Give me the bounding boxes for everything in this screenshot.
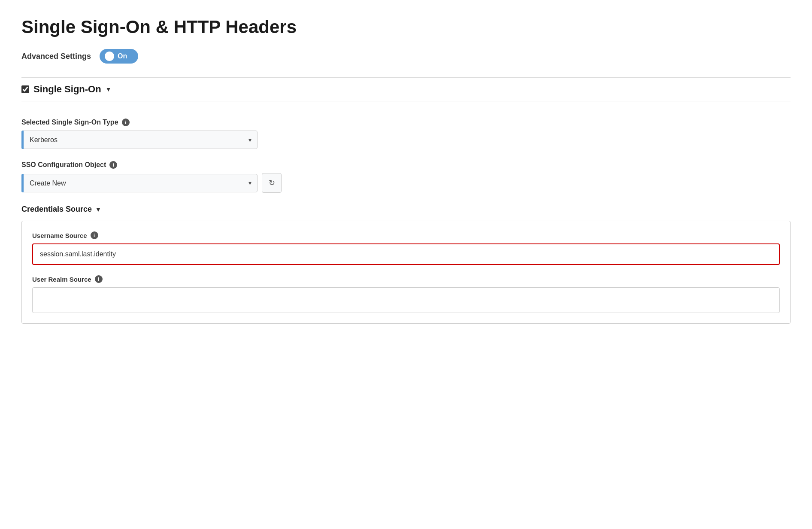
sso-config-refresh-button[interactable]: ↻ [262, 173, 282, 193]
sso-config-info-icon[interactable]: i [109, 161, 117, 169]
sso-type-label-text: Selected Single Sign-On Type [21, 119, 118, 126]
user-realm-source-label: User Realm Source i [32, 275, 780, 283]
sso-type-label: Selected Single Sign-On Type i [21, 119, 791, 126]
sso-config-field-group: SSO Configuration Object i Create New ▾ … [21, 161, 791, 193]
advanced-settings-toggle[interactable]: On [100, 49, 138, 64]
advanced-settings-label: Advanced Settings [21, 52, 91, 61]
username-source-info-icon[interactable]: i [91, 231, 98, 239]
username-source-group: Username Source i [32, 231, 780, 265]
credentials-box: Username Source i User Realm Source i [21, 221, 791, 324]
credentials-header: Credentials Source ▼ [21, 205, 791, 214]
sso-config-select-wrapper: Create New ▾ ↻ [21, 173, 791, 193]
sso-chevron-icon[interactable]: ▼ [106, 86, 112, 93]
toggle-label: On [118, 52, 127, 60]
username-source-label-text: Username Source [32, 232, 87, 239]
sso-config-select-container: Create New ▾ [21, 174, 258, 192]
user-realm-source-input[interactable] [32, 287, 780, 313]
sso-section-title: Single Sign-On [33, 84, 101, 95]
page-title: Single Sign-On & HTTP Headers [21, 17, 791, 37]
sso-section-header: Single Sign-On ▼ [21, 77, 791, 101]
credentials-chevron-icon[interactable]: ▼ [95, 206, 101, 213]
sso-type-field-group: Selected Single Sign-On Type i Kerberos … [21, 119, 791, 149]
username-source-input[interactable] [32, 243, 780, 265]
refresh-icon: ↻ [269, 178, 275, 188]
user-realm-source-info-icon[interactable]: i [95, 275, 103, 283]
sso-config-select-bar [21, 174, 24, 192]
toggle-knob [105, 52, 114, 61]
credentials-section: Credentials Source ▼ Username Source i U… [21, 205, 791, 324]
sso-checkbox[interactable] [21, 85, 29, 93]
sso-type-select-container: Kerberos SAML OAuth NTLM ▾ [21, 131, 258, 149]
sso-type-select-bar [21, 131, 24, 149]
sso-type-info-icon[interactable]: i [122, 119, 130, 126]
user-realm-source-label-text: User Realm Source [32, 276, 91, 283]
sso-type-select-wrapper: Kerberos SAML OAuth NTLM ▾ [21, 131, 791, 149]
sso-config-select[interactable]: Create New [21, 174, 258, 192]
sso-config-label: SSO Configuration Object i [21, 161, 791, 169]
credentials-title: Credentials Source [21, 205, 92, 214]
sso-content-area: Selected Single Sign-On Type i Kerberos … [21, 114, 791, 324]
advanced-settings-row: Advanced Settings On [21, 49, 791, 64]
user-realm-source-group: User Realm Source i [32, 275, 780, 313]
sso-type-select[interactable]: Kerberos SAML OAuth NTLM [21, 131, 258, 149]
username-source-label: Username Source i [32, 231, 780, 239]
sso-config-label-text: SSO Configuration Object [21, 161, 106, 169]
